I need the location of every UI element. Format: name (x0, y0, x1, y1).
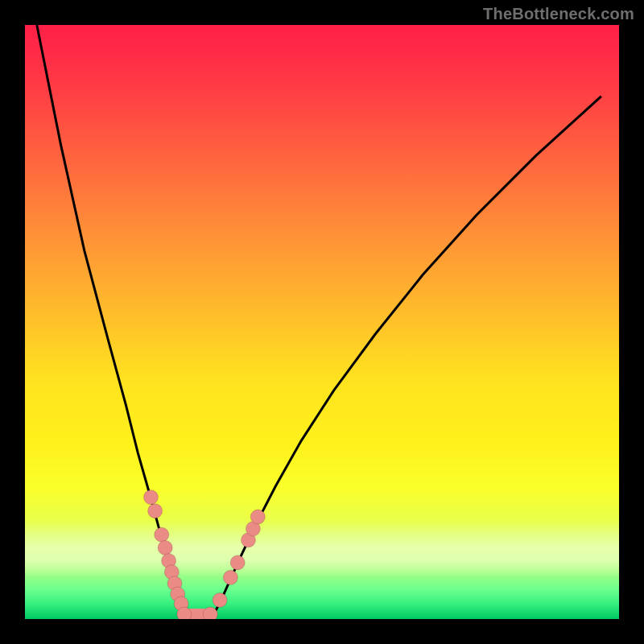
data-marker (203, 607, 217, 619)
frame: TheBottleneck.com (0, 0, 644, 644)
markers-group (143, 490, 265, 619)
data-marker (177, 607, 192, 619)
data-marker (213, 592, 227, 607)
data-marker (250, 510, 265, 524)
data-marker (155, 527, 169, 542)
data-marker (223, 570, 237, 584)
data-marker (148, 504, 163, 518)
plot-area (25, 25, 619, 619)
data-marker (230, 555, 245, 570)
data-marker (143, 490, 158, 505)
watermark-text: TheBottleneck.com (483, 5, 634, 23)
right-curve (212, 97, 601, 617)
data-marker (158, 540, 172, 555)
curves-svg (25, 25, 619, 619)
